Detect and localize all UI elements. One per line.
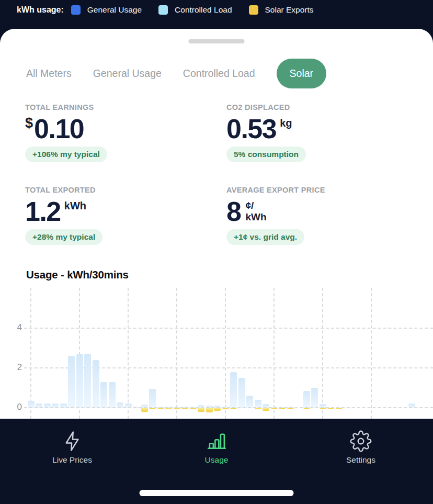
tab-general-usage[interactable]: General Usage	[93, 59, 162, 88]
legend-label-solar-exports: Solar Exports	[265, 5, 314, 15]
vertical-gridline	[176, 288, 177, 419]
stat-total-earnings: TOTAL EARNINGS $ 0.10 +106% my typical	[25, 104, 107, 162]
usage-bar	[230, 372, 237, 408]
gear-icon	[350, 430, 372, 452]
legend-item-solar-exports: Solar Exports	[249, 5, 314, 15]
nav-item-live-prices[interactable]: Live Prices	[0, 419, 144, 504]
meter-tabs: All Meters General Usage Controlled Load…	[26, 59, 326, 88]
stat-unit-line1: ¢/	[245, 200, 266, 211]
stat-average-export-price: AVERAGE EXPORT PRICE 8 ¢/ kWh +1¢ vs. gr…	[226, 186, 325, 245]
legend-title: kWh usage:	[17, 5, 64, 15]
stat-value: $ 0.10	[25, 116, 107, 141]
stat-total-exported: TOTAL EXPORTED 1.2 kWh +28% my typical	[25, 186, 102, 245]
status-badge: +28% my typical	[25, 229, 102, 245]
legend-label-controlled-load: Controlled Load	[175, 5, 232, 15]
stat-label: AVERAGE EXPORT PRICE	[226, 186, 325, 194]
solar-export-bar	[141, 408, 148, 412]
nav-item-settings[interactable]: Settings	[289, 419, 433, 504]
stat-value: 1.2 kWh	[25, 199, 102, 224]
legend-item-controlled-load: Controlled Load	[158, 5, 232, 15]
status-badge: +106% my typical	[25, 147, 107, 162]
usage-bar	[149, 389, 156, 408]
vertical-gridline	[322, 288, 323, 419]
usage-bar	[76, 354, 83, 408]
usage-bar	[68, 356, 75, 408]
usage-bar	[100, 382, 107, 408]
vertical-gridline	[225, 288, 226, 419]
chart-title: Usage - kWh/30mins	[26, 268, 129, 281]
usage-bar	[238, 378, 245, 408]
stat-number: 1.2	[25, 199, 61, 224]
usage-bar	[246, 396, 253, 408]
legend-label-general-usage: General Usage	[87, 5, 142, 15]
vertical-gridline	[30, 288, 31, 419]
status-badge: 5% consumption	[226, 147, 306, 162]
controlled-load-swatch-icon	[158, 5, 168, 15]
horizontal-gridline	[24, 328, 433, 329]
stat-value: 0.53 kg	[226, 116, 306, 141]
stat-number: 0.10	[34, 116, 84, 141]
bottom-navigation: Live Prices Usage Settings	[0, 419, 433, 504]
horizontal-gridline	[24, 407, 433, 408]
stat-unit: ¢/ kWh	[245, 200, 266, 222]
usage-bar	[255, 400, 261, 408]
app-screen: kWh usage: General Usage Controlled Load…	[0, 0, 433, 504]
stat-value: 8 ¢/ kWh	[226, 199, 325, 224]
solar-exports-swatch-icon	[249, 5, 258, 15]
lightning-icon	[61, 430, 83, 452]
vertical-gridline	[128, 288, 129, 419]
stat-unit: kg	[280, 118, 292, 128]
stat-number: 8	[226, 199, 241, 224]
y-axis-tick-label: 0	[0, 402, 22, 412]
tab-controlled-load[interactable]: Controlled Load	[183, 59, 255, 88]
usage-bar	[84, 354, 91, 408]
tab-solar[interactable]: Solar	[277, 59, 327, 88]
sheet-drag-handle[interactable]	[189, 39, 245, 43]
solar-export-bar	[198, 408, 204, 412]
usage-bar	[303, 391, 310, 408]
stat-label: CO2 DISPLACED	[226, 104, 306, 111]
nav-label: Live Prices	[52, 455, 92, 465]
usage-bar	[311, 388, 318, 408]
legend-item-general-usage: General Usage	[71, 5, 142, 15]
stat-number: 0.53	[226, 116, 276, 141]
vertical-gridline	[371, 288, 372, 419]
status-badge: +1¢ vs. grid avg.	[226, 229, 304, 245]
general-usage-swatch-icon	[71, 5, 81, 15]
nav-label: Settings	[346, 455, 375, 465]
usage-bar	[93, 360, 99, 408]
solar-export-bar	[206, 408, 213, 412]
tab-all-meters[interactable]: All Meters	[26, 59, 72, 88]
bottom-sheet: All Meters General Usage Controlled Load…	[0, 29, 433, 419]
currency-symbol: $	[25, 116, 33, 130]
kwh-usage-legend-bar: kWh usage: General Usage Controlled Load…	[0, 0, 433, 29]
vertical-gridline	[274, 288, 275, 419]
stat-unit: kWh	[64, 200, 86, 211]
usage-bar	[109, 382, 116, 408]
usage-chart: 024	[0, 287, 433, 419]
y-axis-tick-label: 4	[0, 322, 22, 333]
stat-co2-displaced: CO2 DISPLACED 0.53 kg 5% consumption	[226, 104, 306, 162]
stat-label: TOTAL EARNINGS	[25, 104, 107, 111]
home-indicator[interactable]	[140, 490, 294, 496]
stat-label: TOTAL EXPORTED	[25, 186, 102, 194]
stat-unit-line2: kWh	[245, 211, 266, 223]
y-axis-tick-label: 2	[0, 362, 22, 373]
nav-label: Usage	[205, 455, 229, 465]
bar-chart-icon	[206, 430, 227, 452]
